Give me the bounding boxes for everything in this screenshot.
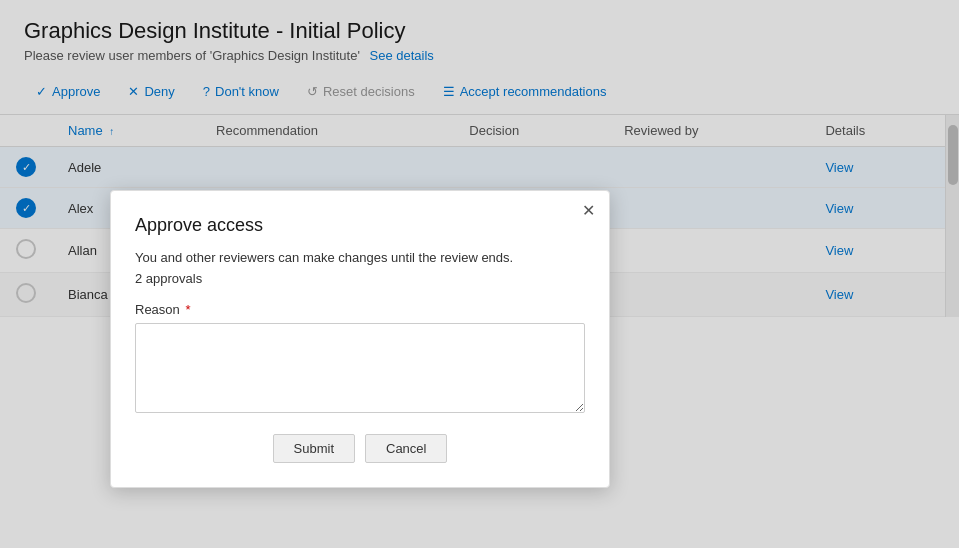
approve-access-modal: ✕ Approve access You and other reviewers…: [110, 190, 610, 488]
modal-overlay: ✕ Approve access You and other reviewers…: [0, 0, 959, 548]
modal-actions: Submit Cancel: [135, 434, 585, 463]
modal-title: Approve access: [135, 215, 585, 236]
cancel-button[interactable]: Cancel: [365, 434, 447, 463]
page-container: Graphics Design Institute - Initial Poli…: [0, 0, 959, 548]
modal-info-text: You and other reviewers can make changes…: [135, 250, 585, 265]
modal-close-button[interactable]: ✕: [582, 203, 595, 219]
required-indicator: *: [185, 302, 190, 317]
reason-textarea[interactable]: [135, 323, 585, 413]
modal-approvals-text: 2 approvals: [135, 271, 585, 286]
submit-button[interactable]: Submit: [273, 434, 355, 463]
modal-reason-label: Reason *: [135, 302, 585, 317]
